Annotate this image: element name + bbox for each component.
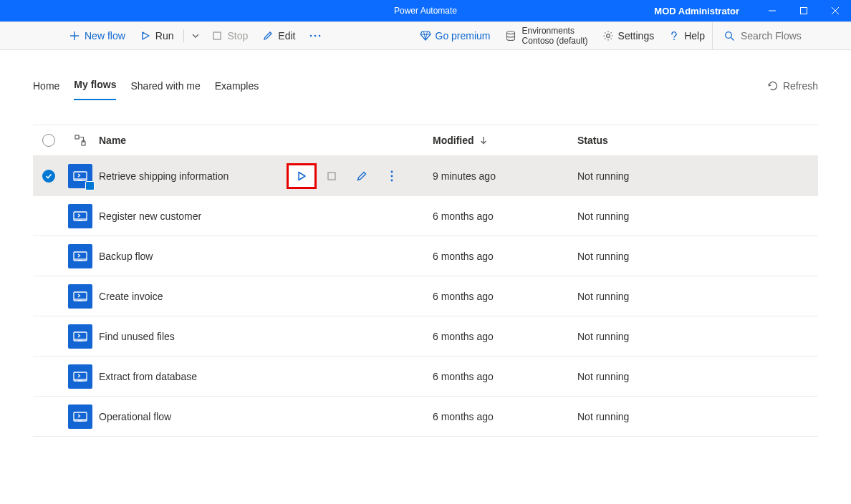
- row-actions: [287, 163, 433, 189]
- flow-name[interactable]: Find unused files: [99, 331, 175, 342]
- svg-point-10: [319, 35, 321, 37]
- more-actions-button[interactable]: [302, 22, 328, 49]
- row-more-button[interactable]: [377, 163, 407, 189]
- stop-icon: [327, 172, 336, 180]
- flow-name-cell: Find unused files: [96, 331, 433, 342]
- flow-status: Not running: [577, 371, 818, 382]
- help-icon: [668, 30, 680, 42]
- flow-status: Not running: [577, 291, 818, 302]
- checkmark-icon: [42, 170, 55, 183]
- flow-name[interactable]: Create invoice: [99, 291, 163, 302]
- table-row[interactable]: Register new customer6 months agoNot run…: [33, 196, 818, 236]
- svg-rect-7: [213, 32, 221, 39]
- row-select[interactable]: [33, 170, 64, 183]
- run-button[interactable]: Run: [133, 22, 181, 49]
- table-row[interactable]: Backup flow6 months agoNot running: [33, 236, 818, 276]
- flow-type-icon-cell: [64, 364, 96, 389]
- tab-shared-with-me[interactable]: Shared with me: [130, 80, 200, 100]
- svg-rect-20: [75, 135, 79, 139]
- flow-name[interactable]: Register new customer: [99, 210, 201, 222]
- desktop-flow-icon: [68, 364, 92, 389]
- flow-name[interactable]: Backup flow: [99, 251, 153, 262]
- flows-table: Name Modified Status Retrieve shipping i…: [33, 125, 818, 437]
- window-close-button[interactable]: [819, 0, 851, 21]
- svg-point-15: [506, 32, 514, 34]
- help-label: Help: [684, 30, 705, 42]
- svg-rect-27: [328, 173, 335, 180]
- table-row[interactable]: Retrieve shipping information9 minutes a…: [33, 156, 818, 196]
- table-row[interactable]: Create invoice6 months agoNot running: [33, 276, 818, 316]
- arrow-down-icon: [480, 136, 487, 145]
- stop-button[interactable]: Stop: [204, 22, 255, 49]
- flow-name-cell: Extract from database: [96, 371, 433, 382]
- flow-name-cell: Backup flow: [96, 251, 433, 262]
- kebab-icon: [390, 170, 393, 182]
- pencil-icon: [356, 170, 367, 182]
- go-premium-button[interactable]: Go premium: [413, 22, 498, 49]
- pencil-icon: [262, 30, 274, 42]
- flow-name[interactable]: Extract from database: [99, 371, 197, 382]
- app-title: Power Automate: [394, 6, 457, 16]
- flow-status: Not running: [577, 411, 818, 422]
- flow-modified: 9 minutes ago: [433, 170, 577, 182]
- env-value: Contoso (default): [522, 36, 588, 46]
- svg-marker-6: [143, 32, 149, 39]
- col-modified[interactable]: Modified: [433, 135, 577, 146]
- flow-type-icon-cell: [64, 284, 96, 309]
- row-stop-button[interactable]: [317, 163, 347, 189]
- search-input[interactable]: [741, 30, 819, 42]
- row-run-button[interactable]: [287, 163, 317, 189]
- flow-name[interactable]: Retrieve shipping information: [99, 170, 229, 182]
- desktop-flow-icon: [68, 324, 92, 349]
- flow-type-icon-cell: [64, 404, 96, 429]
- flow-name-cell: Operational flow: [96, 411, 433, 422]
- table-row[interactable]: Operational flow6 months agoNot running: [33, 397, 818, 437]
- col-status[interactable]: Status: [577, 135, 818, 146]
- svg-point-8: [310, 35, 312, 37]
- new-flow-button[interactable]: New flow: [62, 22, 133, 49]
- flow-status: Not running: [577, 170, 818, 182]
- refresh-button[interactable]: Refresh: [767, 80, 818, 92]
- plus-icon: [69, 30, 80, 42]
- svg-point-29: [391, 175, 393, 177]
- table-row[interactable]: Extract from database6 months agoNot run…: [33, 357, 818, 397]
- flow-type-header-icon: [64, 135, 96, 146]
- row-edit-button[interactable]: [347, 163, 377, 189]
- environment-stack: Environments Contoso (default): [522, 26, 588, 46]
- flow-modified: 6 months ago: [433, 210, 577, 222]
- tab-my-flows[interactable]: My flows: [74, 79, 116, 100]
- page-tabs: Home My flows Shared with me Examples Re…: [33, 50, 818, 100]
- play-icon: [297, 171, 307, 181]
- run-dropdown-button[interactable]: [187, 22, 204, 49]
- flow-type-icon-cell: [64, 324, 96, 349]
- flow-modified: 6 months ago: [433, 371, 577, 382]
- content-area: Home My flows Shared with me Examples Re…: [0, 50, 851, 437]
- flow-type-icon-cell: [64, 204, 96, 228]
- svg-point-9: [314, 35, 317, 37]
- tab-home[interactable]: Home: [33, 80, 59, 100]
- flow-modified: 6 months ago: [433, 411, 577, 422]
- ellipsis-icon: [309, 30, 321, 42]
- help-button[interactable]: Help: [661, 22, 712, 49]
- tab-examples[interactable]: Examples: [215, 80, 259, 100]
- table-row[interactable]: Find unused files6 months agoNot running: [33, 316, 818, 357]
- window-maximize-button[interactable]: [788, 0, 819, 21]
- refresh-icon: [767, 80, 779, 92]
- window-minimize-button[interactable]: [756, 0, 788, 21]
- user-name[interactable]: MOD Administrator: [654, 6, 756, 16]
- flow-type-icon-cell: [64, 244, 96, 268]
- environment-selector[interactable]: Environments Contoso (default): [498, 22, 595, 49]
- search-flows[interactable]: [712, 22, 848, 49]
- go-premium-label: Go premium: [436, 30, 491, 42]
- flow-name[interactable]: Operational flow: [99, 411, 171, 422]
- select-all-cell[interactable]: [33, 134, 64, 147]
- settings-button[interactable]: Settings: [595, 22, 662, 49]
- svg-marker-26: [299, 172, 305, 180]
- edit-button[interactable]: Edit: [255, 22, 302, 49]
- svg-point-30: [391, 179, 393, 181]
- search-icon: [724, 31, 735, 42]
- separator: [183, 29, 184, 42]
- table-header: Name Modified Status: [33, 125, 818, 156]
- col-name[interactable]: Name: [96, 135, 433, 146]
- flow-status: Not running: [577, 210, 818, 222]
